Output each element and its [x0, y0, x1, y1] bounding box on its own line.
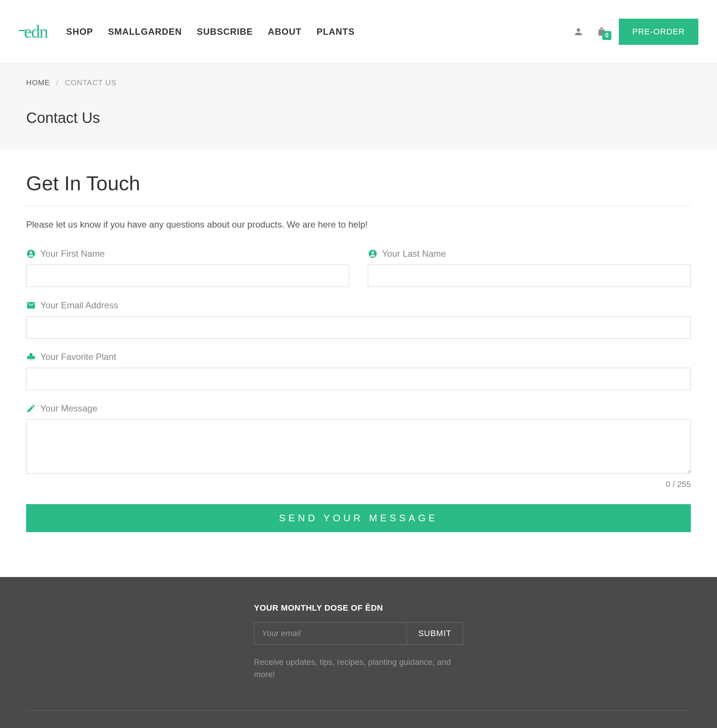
- page-title: Contact Us: [26, 110, 691, 126]
- person-icon: [368, 249, 378, 258]
- intro-text: Please let us know if you have any quest…: [26, 219, 691, 230]
- nav-plants[interactable]: PLANTS: [317, 26, 355, 37]
- logo[interactable]: edn: [19, 21, 47, 42]
- cart-count-badge: 0: [603, 31, 611, 40]
- pencil-icon: [26, 404, 36, 413]
- preorder-button[interactable]: PRE-ORDER: [619, 19, 698, 45]
- form-row-name: Your First Name Your Last Name: [26, 249, 691, 287]
- message-group: Your Message: [26, 403, 691, 475]
- account-icon[interactable]: [572, 26, 584, 38]
- breadcrumb-current: CONTACT US: [65, 78, 116, 87]
- newsletter-title: YOUR MONTHLY DOSE OF ĒDN: [254, 603, 463, 613]
- newsletter-description: Receive updates, tips, recipes, planting…: [254, 656, 463, 681]
- footer: YOUR MONTHLY DOSE OF ĒDN SUBMIT Receive …: [0, 577, 717, 728]
- last-name-input[interactable]: [368, 265, 691, 287]
- header-right: 0 PRE-ORDER: [572, 19, 698, 45]
- divider: [26, 206, 691, 206]
- first-name-input[interactable]: [26, 265, 349, 287]
- svg-point-3: [372, 251, 374, 254]
- message-input[interactable]: [26, 419, 691, 474]
- newsletter-submit-button[interactable]: SUBMIT: [407, 622, 463, 645]
- nav-about[interactable]: ABOUT: [268, 26, 301, 37]
- main-nav: SHOP SMALLGARDEN SUBSCRIBE ABOUT PLANTS: [66, 26, 354, 37]
- char-counter: 0 / 255: [26, 479, 691, 489]
- send-message-button[interactable]: SEND YOUR MESSAGE: [26, 504, 691, 532]
- email-label: Your Email Address: [40, 300, 118, 310]
- nav-shop[interactable]: SHOP: [66, 26, 93, 37]
- svg-point-1: [30, 251, 32, 254]
- form-row-email: Your Email Address: [26, 300, 691, 339]
- main-heading: Get In Touch: [26, 171, 691, 195]
- newsletter-form: SUBMIT: [254, 622, 463, 645]
- breadcrumb-home[interactable]: HOME: [26, 78, 50, 87]
- nav-smallgarden[interactable]: SMALLGARDEN: [108, 26, 182, 37]
- first-name-label: Your First Name: [40, 249, 105, 259]
- cart-icon[interactable]: 0: [596, 26, 607, 38]
- last-name-label: Your Last Name: [382, 249, 446, 259]
- footer-divider: [26, 710, 691, 711]
- form-row-plant: Your Favorite Plant: [26, 352, 691, 390]
- message-label: Your Message: [40, 403, 98, 414]
- newsletter-email-input[interactable]: [254, 622, 407, 645]
- email-input[interactable]: [26, 316, 691, 339]
- first-name-group: Your First Name: [26, 249, 349, 287]
- plant-input[interactable]: [26, 368, 691, 390]
- form-row-message: Your Message: [26, 403, 691, 475]
- breadcrumb-separator: /: [56, 78, 59, 87]
- plant-group: Your Favorite Plant: [26, 352, 691, 390]
- nav-subscribe[interactable]: SUBSCRIBE: [197, 26, 253, 37]
- email-group: Your Email Address: [26, 300, 691, 339]
- flower-icon: [26, 352, 36, 362]
- newsletter: YOUR MONTHLY DOSE OF ĒDN SUBMIT Receive …: [254, 603, 463, 681]
- breadcrumb: HOME / CONTACT US: [26, 78, 691, 87]
- email-icon: [26, 300, 36, 310]
- main-content: Get In Touch Please let us know if you h…: [0, 149, 717, 577]
- person-icon: [26, 249, 36, 258]
- breadcrumb-section: HOME / CONTACT US Contact Us: [0, 64, 717, 149]
- last-name-group: Your Last Name: [368, 249, 691, 287]
- plant-label: Your Favorite Plant: [40, 352, 116, 362]
- header: edn SHOP SMALLGARDEN SUBSCRIBE ABOUT PLA…: [0, 0, 717, 64]
